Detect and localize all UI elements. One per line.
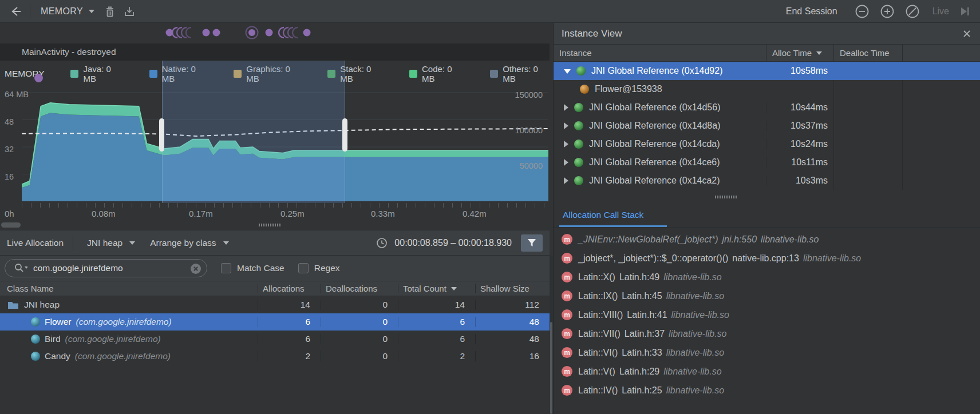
chevron-down-icon [129,241,135,245]
clear-x-icon [190,263,201,274]
search-field[interactable] [5,259,207,277]
splitter-grip-icon[interactable] [259,224,280,226]
others-swatch-icon [490,70,498,78]
y-axis-right-label: 50000 [520,161,543,170]
class-package: (com.google.jnirefdemo) [75,351,171,361]
search-input[interactable] [32,262,187,274]
alloc-time-value: 10s11ms [766,157,833,168]
end-session-button[interactable]: End Session [786,6,837,17]
legend-graphics: Graphics: 0 MB [234,64,301,83]
selection-handle-right[interactable] [342,118,347,152]
match-case-checkbox[interactable] [221,263,231,273]
column-dealloc-time[interactable]: Dealloc Time [833,45,902,61]
class-row-jni-heap[interactable]: JNI heap 14 0 14 112 [0,296,550,313]
selection-handle-left[interactable] [159,118,164,152]
instance-row[interactable]: JNI Global Reference (0x14ce6) 10s11ms [554,153,980,172]
instance-child-row[interactable]: Flower@153938 [554,80,980,98]
instance-row[interactable]: JNI Global Reference (0x14ca2) 10s3ms [554,172,980,190]
stack-frame[interactable]: m Latin::X()Latin.h:49libnative-lib.so [554,268,980,286]
heap-selector-dropdown[interactable]: JNI heap [82,234,140,252]
class-name: Bird [45,334,61,344]
close-panel-button[interactable] [962,29,972,39]
instance-row[interactable]: JNI Global Reference (0x14d8a) 10s37ms [554,117,980,135]
column-instance[interactable]: Instance [554,48,766,58]
regex-checkbox[interactable] [298,263,309,273]
memory-legend-row: MEMORY Java: 0 MB Native: 0 MB Graphics:… [0,61,550,87]
tab-allocation-call-stack[interactable]: Allocation Call Stack [563,210,643,227]
stack-frame[interactable]: m Latin::VI()Latin.h:33libnative-lib.so [554,343,980,362]
stack-frame[interactable]: m Latin::VIII()Latin.h:41libnative-lib.s… [554,305,980,324]
class-row-candy[interactable]: Candy (com.google.jnirefdemo) 2 0 2 16 [0,348,550,365]
timeline-bottom-strip [0,220,550,230]
x-axis-label: 0.08m [92,209,116,218]
allocation-event-marker [34,74,43,82]
column-deallocations[interactable]: Deallocations [321,284,398,293]
stack-frame[interactable]: m _jobject*, _jobject*)::$_0::operator()… [554,249,980,268]
clear-search-button[interactable] [190,263,201,277]
expander-collapsed-icon[interactable] [564,122,568,129]
memory-chart-zone[interactable]: 64 MB 48 32 16 150000 100000 50000 [0,87,550,203]
heap-folder-icon [7,300,19,310]
column-class-name[interactable]: Class Name [0,284,258,293]
method-icon: m [562,347,572,358]
instance-row[interactable]: JNI Global Reference (0x14d56) 10s44ms [554,98,980,117]
frame-method: Latin::VIII() [578,310,623,320]
column-total-count[interactable]: Total Count [398,284,475,293]
frame-library: libnative-lib.so [803,253,861,263]
alloc-time-value: 10s37ms [766,121,833,131]
class-row-bird[interactable]: Bird (com.google.jnirefdemo) 6 0 6 48 [0,331,550,348]
instance-label: JNI Global Reference (0x14d8a) [589,121,720,131]
memory-timeline[interactable]: MainActivity - destroyed MEMORY Java: 0 … [0,23,550,230]
jni-ref-icon [574,121,583,130]
stack-frame[interactable]: m Latin::IV()Latin.h:25libnative-lib.so [554,381,980,400]
instance-row[interactable]: JNI Global Reference (0x14cda) 10s24ms [554,135,980,153]
frame-library: libnative-lib.so [663,367,721,376]
instance-row[interactable]: JNI Global Reference (0x14d92) 10s58ms [554,62,980,80]
class-name: JNI heap [24,300,60,310]
arrange-by-dropdown[interactable]: Arrange by class [145,234,233,252]
stack-frame[interactable]: m Latin::V()Latin.h:29libnative-lib.so [554,362,980,381]
jni-ref-icon [576,66,586,75]
memory-timeline-pane: MainActivity - destroyed MEMORY Java: 0 … [0,23,550,414]
instance-label: JNI Global Reference (0x14d56) [589,102,720,113]
sort-descending-icon [451,287,457,290]
go-live-button[interactable] [955,3,974,20]
stack-frame[interactable]: m _JNIEnv::NewGlobalRef(_jobject*)jni.h:… [554,230,980,249]
instance-label: JNI Global Reference (0x14ca2) [589,176,720,186]
column-allocations[interactable]: Allocations [258,284,321,293]
y-axis-label: 48 [5,117,14,126]
profiler-session-selector[interactable]: MEMORY [35,3,100,20]
class-row-flower[interactable]: Flower (com.google.jnirefdemo) 6 0 6 48 [0,313,550,331]
method-icon: m [562,309,572,320]
y-axis-right-label: 100000 [515,126,543,135]
filter-button[interactable] [521,234,543,252]
stack-frame[interactable]: m Latin::VII()Latin.h:37libnative-lib.so [554,324,980,343]
zoom-in-button[interactable] [878,3,897,20]
frame-library: libnative-lib.so [663,272,721,282]
alloc-time-value: 10s24ms [766,139,833,149]
column-alloc-time[interactable]: Alloc Time [766,45,833,61]
expander-collapsed-icon[interactable] [564,141,568,148]
frame-location: Latin.h:49 [619,272,659,282]
expander-collapsed-icon[interactable] [564,177,568,184]
active-tab-underline [559,225,667,227]
back-button[interactable] [6,3,25,20]
class-filter-row: Match Case Regex [0,256,550,281]
dealloc-time-value [833,117,902,135]
horizontal-scrollbar-thumb[interactable] [1,222,21,228]
export-session-button[interactable] [120,3,139,20]
expander-collapsed-icon[interactable] [564,104,568,111]
delete-session-button[interactable] [100,3,120,20]
jni-ref-icon [574,103,583,112]
expander-collapsed-icon[interactable] [564,159,568,166]
stack-frame[interactable]: m Latin::IX()Latin.h:45libnative-lib.so [554,286,980,305]
zoom-out-button[interactable] [852,3,872,20]
column-shallow-size[interactable]: Shallow Size [475,284,550,293]
frame-location: Latin.h:29 [619,367,659,376]
expander-expanded-icon[interactable] [564,69,571,74]
panel-splitter[interactable] [554,190,980,205]
scrollbar-thumb[interactable] [550,322,552,414]
arrange-by-value: Arrange by class [150,238,216,248]
header-filler [902,45,980,61]
reset-zoom-button[interactable] [903,3,922,20]
